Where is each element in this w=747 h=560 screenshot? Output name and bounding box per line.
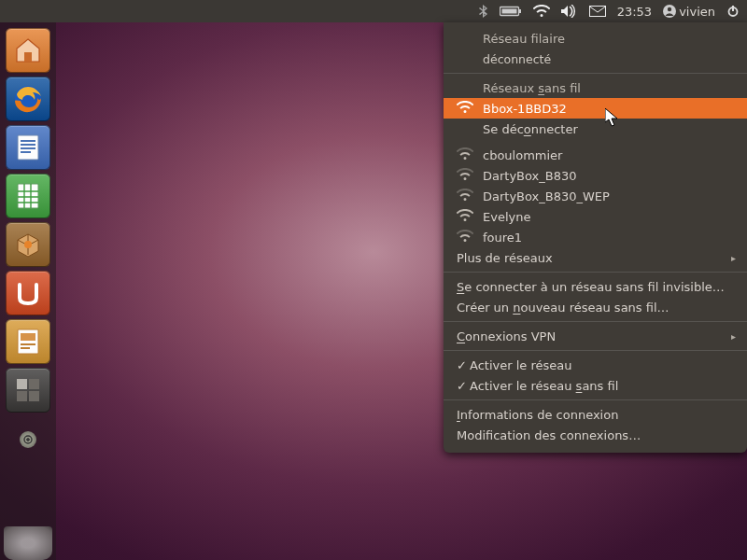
connection-info[interactable]: Informations de connexion [444,404,747,425]
more-networks-label: Plus de réseaux [457,251,553,265]
ubuntu-one-icon [12,277,44,309]
wired-status: déconnecté [444,49,747,69]
svg-rect-15 [18,184,38,208]
svg-rect-20 [21,347,30,349]
svg-rect-22 [29,379,39,389]
svg-rect-24 [29,391,39,401]
svg-rect-14 [21,151,31,153]
wifi-icon [533,5,550,18]
wifi-selected-label: Bbox-1BBD32 [483,102,567,116]
launcher [0,22,56,560]
wifi-selected-network[interactable]: Bbox-1BBD32 [444,98,747,119]
svg-rect-21 [17,379,27,389]
svg-rect-17 [18,329,38,354]
wifi-icon [457,101,473,114]
svg-rect-18 [21,333,35,341]
svg-point-5 [668,7,671,11]
wireless-header: Réseaux sans fil [444,77,747,98]
wifi-network-label: DartyBox_B830_WEP [483,189,610,203]
launcher-trash[interactable] [4,526,52,560]
launcher-workspace-switcher[interactable] [6,368,50,413]
svg-point-16 [24,241,32,248]
wifi-network-label: cboulommier [483,148,562,162]
volume-indicator[interactable] [561,5,578,18]
battery-indicator[interactable] [500,6,522,17]
svg-rect-3 [589,7,605,17]
launcher-ubuntu-one[interactable] [6,271,50,315]
launcher-files[interactable] [6,28,50,73]
svg-rect-1 [519,9,521,13]
user-icon [663,5,676,18]
check-icon: ✓ [457,379,467,393]
user-menu[interactable]: vivien [663,5,715,19]
svg-rect-12 [21,144,35,146]
enable-networking[interactable]: ✓ Activer le réseau [444,355,747,375]
wifi-disconnect[interactable]: Se déconnecter [444,119,747,139]
wifi-network-2[interactable]: DartyBox_B830_WEP [444,186,747,206]
bluetooth-icon [479,5,488,18]
calc-icon [12,180,44,212]
wifi-icon [457,147,473,161]
create-new-network[interactable]: Créer un nouveau réseau sans fil… [444,297,747,317]
chevron-right-icon: ▸ [731,253,736,263]
launcher-calc[interactable] [6,174,50,218]
launcher-firefox[interactable] [6,77,50,121]
more-networks[interactable]: Plus de réseaux ▸ [444,247,747,268]
edit-connections[interactable]: Modification des connexions… [444,425,747,445]
wifi-network-label: Evelyne [483,210,530,224]
bluetooth-indicator[interactable] [479,5,488,18]
launcher-impress[interactable] [6,319,50,364]
software-center-icon [12,229,44,260]
wifi-network-label: foure1 [483,231,522,245]
wifi-icon [457,189,473,202]
chevron-right-icon: ▸ [731,331,736,342]
network-menu: Réseau filaire déconnecté Réseaux sans f… [444,22,747,453]
launcher-expander[interactable] [20,431,36,448]
clock[interactable]: 23:53 [617,5,652,19]
mail-icon [589,6,606,17]
wifi-network-4[interactable]: foure1 [444,227,747,247]
writer-icon [12,132,44,163]
connect-hidden-network[interactable]: Se connecter à un réseau sans fil invisi… [444,276,747,297]
svg-rect-13 [21,147,35,149]
check-icon: ✓ [457,358,467,372]
wifi-icon [457,230,473,243]
edit-connections-label: Modification des connexions… [457,428,641,442]
volume-icon [561,5,578,18]
svg-rect-19 [21,343,35,345]
enable-networking-label: Activer le réseau [470,358,571,372]
wifi-icon [457,168,473,181]
workspaces-icon [13,375,43,405]
impress-icon [12,326,44,357]
session-indicator[interactable] [726,5,740,18]
home-icon [12,35,44,66]
wired-header: Réseau filaire [444,28,747,49]
power-icon [726,5,740,18]
launcher-writer[interactable] [6,125,50,170]
svg-rect-8 [24,52,32,62]
firefox-icon [11,82,45,116]
plus-icon [23,435,33,444]
battery-icon [500,6,522,17]
wifi-network-label: DartyBox_B830 [483,169,577,183]
mail-indicator[interactable] [589,6,606,17]
top-panel: 23:53 vivien [0,0,747,22]
username: vivien [679,5,715,19]
svg-rect-23 [17,391,27,401]
wifi-network-0[interactable]: cboulommier [444,145,747,165]
launcher-software-center[interactable] [6,222,50,267]
vpn-connections[interactable]: Connexions VPN ▸ [444,326,747,346]
wifi-network-3[interactable]: Evelyne [444,206,747,227]
wifi-network-1[interactable]: DartyBox_B830 [444,165,747,186]
enable-wifi[interactable]: ✓ Activer le réseau sans fil [444,375,747,396]
svg-rect-2 [501,9,516,14]
wifi-icon [457,209,473,222]
svg-rect-11 [21,140,35,142]
network-indicator[interactable] [533,5,550,18]
